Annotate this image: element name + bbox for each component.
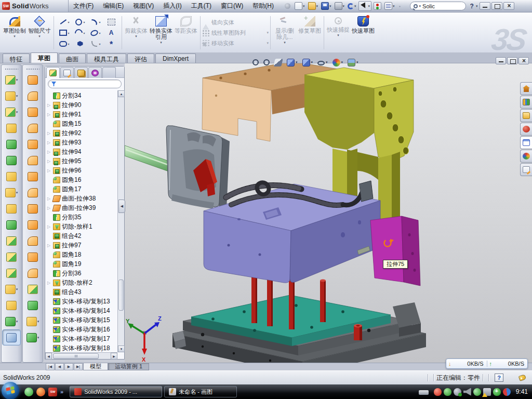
- tools-menu[interactable]: 工具(T): [187, 0, 216, 12]
- tree-vertical-scrollbar[interactable]: ▲ ▼: [117, 90, 124, 352]
- insert-menu[interactable]: 插入(I): [158, 0, 186, 12]
- dropdown-arrow-icon[interactable]: ▾: [83, 31, 85, 35]
- expand-arrow-icon[interactable]: ▷: [47, 224, 51, 229]
- dropdown-arrow-icon[interactable]: ▾: [311, 60, 313, 64]
- rebuild-button[interactable]: ▾: [373, 2, 382, 10]
- pin-button[interactable]: ▾: [283, 2, 292, 10]
- dropdown-arrow-icon[interactable]: ▾: [326, 60, 328, 64]
- quick-launch-overflow-icon[interactable]: »: [60, 389, 63, 395]
- scroll-up-button[interactable]: ▲: [118, 90, 125, 97]
- help-menu[interactable]: 帮助(H): [248, 0, 278, 12]
- curve-tool-button[interactable]: ▾: [2, 297, 21, 313]
- dropdown-arrow-icon[interactable]: ▾: [16, 287, 18, 291]
- expand-arrow-icon[interactable]: ▷: [47, 196, 51, 201]
- dropdown-arrow-icon[interactable]: ▾: [341, 60, 343, 64]
- tree-item[interactable]: ▷ 分割35: [45, 212, 117, 222]
- dropdown-arrow-icon[interactable]: ▾: [37, 320, 39, 324]
- volume-tray-icon[interactable]: [463, 388, 471, 396]
- tree-item[interactable]: ▷ 圆角19: [45, 259, 117, 269]
- rib-tool-button[interactable]: ▾: [2, 201, 21, 217]
- open-button[interactable]: ▾: [307, 2, 320, 10]
- dropdown-arrow-icon[interactable]: ▾: [68, 31, 69, 35]
- scrollbar-thumb[interactable]: [53, 353, 99, 359]
- close-button[interactable]: [503, 2, 514, 10]
- print-button[interactable]: ▾: [334, 2, 346, 10]
- tree-item[interactable]: ▷ 组合43: [45, 287, 117, 297]
- quick-tips-button[interactable]: ?: [495, 374, 503, 382]
- features-tab[interactable]: 特征: [3, 54, 30, 63]
- dropdown-arrow-icon[interactable]: ▾: [16, 110, 18, 114]
- surface-fillet-tool-button[interactable]: ▾: [23, 281, 42, 297]
- freeform-tool-button[interactable]: ▾: [23, 329, 42, 345]
- tree-item[interactable]: ▷ 实体-移动/复制18: [45, 343, 117, 352]
- dropdown-arrow-icon[interactable]: ▾: [99, 42, 100, 46]
- linear-pattern-tool-button[interactable]: ▾: [2, 184, 21, 201]
- dropdown-arrow-icon[interactable]: ▾: [83, 20, 85, 24]
- configurationmanager-tab[interactable]: [74, 67, 88, 78]
- display-delete-relations-button[interactable]: 显示/删除几... ▾: [272, 15, 297, 45]
- line-tool-button[interactable]: ▾: [57, 17, 72, 28]
- move-copy-body-tool-button[interactable]: ▾: [2, 265, 21, 281]
- taskbar-button[interactable]: 未命名 - 画图: [164, 386, 237, 397]
- slot-tool-button[interactable]: ▾: [57, 38, 72, 49]
- tree-item[interactable]: ▷ 实体-移动/复制15: [45, 315, 117, 325]
- section-view-button[interactable]: ▾: [274, 59, 282, 66]
- tree-item[interactable]: ▷ 拉伸92: [45, 128, 117, 138]
- model-part-red-cylinder[interactable]: [354, 324, 362, 340]
- solidworks-resources-tab[interactable]: [520, 123, 532, 136]
- dropdown-arrow-icon[interactable]: ▾: [16, 94, 18, 98]
- polygon-tool-button[interactable]: ▾: [72, 38, 88, 49]
- doc-minimize-button[interactable]: [496, 57, 506, 64]
- shell-tool-button[interactable]: ▾: [2, 136, 21, 152]
- expand-arrow-icon[interactable]: ▷: [47, 243, 51, 248]
- doc-restore-button[interactable]: [507, 57, 517, 64]
- trim-entities-button[interactable]: 剪裁实体 ▾: [124, 15, 149, 38]
- tree-item[interactable]: ▷ 实体-移动/复制16: [45, 325, 117, 334]
- window-menu[interactable]: 窗口(W): [216, 0, 248, 12]
- dropdown-arrow-icon[interactable]: ▾: [68, 20, 69, 24]
- tree-item[interactable]: ▷ 切除-放样1: [45, 222, 117, 231]
- reference-point-tool-button[interactable]: ▾: [23, 313, 42, 329]
- panel-overflow-tab[interactable]: [102, 67, 116, 78]
- previous-tab-button[interactable]: ◀: [55, 363, 64, 370]
- dropdown-arrow-icon[interactable]: ▾: [99, 31, 100, 35]
- evaluate-tab[interactable]: 评估: [127, 54, 154, 63]
- intersect-tool-button[interactable]: ▾: [2, 217, 21, 233]
- tree-item[interactable]: ▷ 拉伸93: [45, 138, 117, 147]
- keyboard-tray-icon[interactable]: [419, 390, 429, 395]
- tree-item[interactable]: ▷ 圆角17: [45, 184, 117, 194]
- model-part-magenta-block[interactable]: [370, 216, 420, 286]
- fillet-tool-button[interactable]: ▾: [2, 104, 21, 120]
- tree-item[interactable]: ▷ 组合42: [45, 231, 117, 241]
- scroll-left-button[interactable]: ◀: [45, 353, 52, 360]
- sync-tray-icon[interactable]: [503, 388, 511, 396]
- planar-surface-tool-button[interactable]: ▾: [23, 168, 42, 184]
- help-button[interactable]: ?: [470, 3, 474, 10]
- doc-close-button[interactable]: [518, 57, 529, 64]
- revolved-surface-tool-button[interactable]: ▾: [23, 88, 42, 104]
- linear-sketch-pattern-button[interactable]: 线性草图阵列 ▾: [202, 28, 269, 38]
- boundary-surface-tool-button[interactable]: ▾: [23, 136, 42, 152]
- offset-entities-button[interactable]: 等距实体: [174, 15, 198, 34]
- search-dropdown-icon[interactable]: ▾: [419, 4, 421, 8]
- options-button[interactable]: ▾: [383, 2, 396, 10]
- scrollbar-thumb[interactable]: [118, 280, 124, 311]
- tree-item[interactable]: ▷ 拉伸95: [45, 156, 117, 166]
- hide-show-items-button[interactable]: ▾: [317, 59, 328, 65]
- move-entities-button[interactable]: 移动实体 ▾: [202, 38, 269, 48]
- voip-tray-icon[interactable]: [472, 387, 482, 396]
- knit-surface-tool-button[interactable]: ▾: [23, 201, 42, 217]
- next-tab-button[interactable]: ▶: [64, 363, 73, 370]
- zoom-fit-button[interactable]: ▾: [252, 59, 259, 65]
- arc-tool-button[interactable]: ▾: [72, 28, 88, 38]
- zoom-area-button[interactable]: ▾: [263, 59, 270, 65]
- minimize-button[interactable]: [480, 2, 490, 10]
- search-box[interactable]: ▾ Solic: [410, 2, 466, 10]
- launcher-icon[interactable]: [36, 388, 45, 396]
- view-menu[interactable]: 视图(V): [128, 0, 158, 12]
- spline-tool-button[interactable]: ▾: [88, 17, 103, 28]
- dropdown-arrow-icon[interactable]: ▾: [14, 34, 16, 38]
- graphics-viewport[interactable]: ▾▾▾▾▾▾▾▾: [125, 63, 532, 363]
- tag-icon[interactable]: [518, 374, 526, 381]
- tree-item[interactable]: ▷ 拉伸96: [45, 166, 117, 175]
